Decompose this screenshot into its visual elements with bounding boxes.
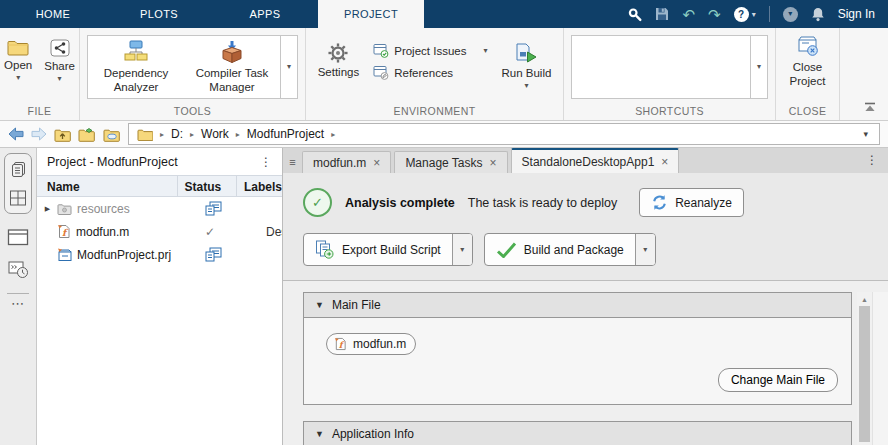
toolstrip-tab-bar: HOME PLOTS APPS PROJECT ↶ ↷ ? ▾ ▾ Sign I…	[0, 0, 888, 28]
open-location-icon[interactable]	[78, 127, 96, 142]
close-icon[interactable]: ×	[373, 156, 380, 170]
main-file-section-header[interactable]: ▼ Main File	[304, 293, 851, 318]
tab-label: modfun.m	[313, 156, 366, 170]
breadcrumb-segment-work[interactable]: Work	[201, 127, 229, 141]
table-row[interactable]: ▶ ModfunProject.prj	[37, 243, 282, 266]
forward-icon[interactable]	[31, 127, 47, 141]
close-icon[interactable]: ×	[490, 156, 497, 170]
close-icon[interactable]: ×	[661, 155, 668, 169]
account-menu-icon[interactable]: ▾	[783, 7, 798, 22]
close-project-label: Close Project	[784, 60, 832, 89]
tab-project[interactable]: PROJECT	[318, 0, 424, 28]
project-issues-caret-icon[interactable]: ▾	[483, 47, 487, 55]
scroll-up-icon[interactable]: ▲	[861, 292, 868, 306]
table-row[interactable]: ▶ resources	[37, 197, 282, 220]
row-name: modfun.m	[76, 225, 129, 239]
expand-caret-icon[interactable]: ▶	[43, 205, 52, 213]
help-caret-icon: ▾	[752, 10, 756, 19]
redo-icon[interactable]: ↷	[708, 7, 721, 22]
project-panel-menu-icon[interactable]: ⋮	[260, 155, 272, 169]
tools-section-label: TOOLS	[80, 105, 305, 117]
task-form-scroll-area: ▼ Main File f modfun.m Change Main File	[283, 281, 888, 445]
collapse-ribbon-icon[interactable]	[864, 102, 876, 112]
export-dropdown-icon[interactable]: ▾	[452, 234, 472, 265]
shortcuts-gallery-dropdown[interactable]: ▾	[750, 36, 767, 98]
vertical-scrollbar[interactable]: ▲	[857, 292, 872, 445]
run-build-caret-icon: ▾	[524, 82, 528, 90]
undo-icon[interactable]: ↶	[682, 7, 695, 22]
strip-divider	[7, 293, 29, 294]
column-header-labels[interactable]: Labels	[236, 176, 282, 196]
project-issues-button[interactable]: Project Issues ▾	[373, 43, 487, 58]
history-panel-icon[interactable]	[8, 260, 29, 279]
project-file-icon	[57, 247, 72, 262]
breadcrumb[interactable]: ▸ D: ▸ Work ▸ ModfunProject ▸ ▾	[128, 123, 880, 145]
tab-overflow-menu-icon[interactable]: ⋮	[866, 153, 878, 167]
breadcrumb-segment-project[interactable]: ModfunProject	[247, 127, 324, 141]
check-status-icon: ✓	[205, 225, 215, 239]
tab-plots[interactable]: PLOTS	[106, 0, 212, 28]
share-label: Share	[44, 60, 75, 72]
ribbon-section-environment: Settings Project Issues ▾ References	[306, 28, 564, 120]
build-and-package-button[interactable]: Build and Package	[485, 234, 635, 265]
run-build-icon	[514, 43, 538, 64]
tools-gallery-dropdown[interactable]: ▾	[280, 36, 297, 98]
cloud-folder-icon[interactable]	[103, 127, 121, 142]
files-panel-icon[interactable]	[9, 161, 27, 179]
dependency-analyzer-icon	[123, 40, 149, 64]
collapse-triangle-icon: ▼	[315, 300, 324, 310]
editor-area: ≡ modfun.m × Manage Tasks × StandaloneDe…	[283, 148, 888, 445]
main-file-section-title: Main File	[332, 298, 381, 312]
reanalyze-button[interactable]: Reanalyze	[639, 188, 744, 217]
up-one-level-icon[interactable]	[54, 127, 71, 142]
close-project-button[interactable]: Close Project	[778, 35, 838, 89]
references-button[interactable]: References	[373, 65, 487, 80]
dependency-analyzer-button[interactable]: Dependency Analyzer	[88, 36, 184, 98]
references-icon	[373, 65, 389, 80]
compiler-task-manager-label: Compiler Task Manager	[184, 67, 280, 95]
main-file-section: ▼ Main File f modfun.m Change Main File	[303, 292, 852, 405]
more-panels-icon[interactable]: ⋯	[11, 296, 25, 311]
open-button[interactable]: Open ▾	[0, 39, 38, 83]
project-panel-icon[interactable]	[7, 228, 29, 246]
share-button[interactable]: Share ▾	[38, 39, 81, 83]
panel-group	[4, 153, 32, 214]
sign-in-link[interactable]: Sign In	[838, 7, 875, 21]
layout-panel-icon[interactable]	[9, 190, 27, 206]
scrollbar-thumb[interactable]	[859, 306, 870, 442]
gear-icon	[328, 43, 348, 63]
column-header-name[interactable]: Name	[37, 176, 177, 196]
compiler-task-manager-button[interactable]: Compiler Task Manager	[184, 36, 280, 98]
project-ribbon: Open ▾ Share ▾ FILE Dependency Analyzer	[0, 28, 888, 121]
main-file-chip[interactable]: f modfun.m	[326, 333, 416, 355]
table-row[interactable]: ▶ f modfun.m ✓ Design, I	[37, 220, 282, 243]
save-icon[interactable]	[655, 7, 669, 21]
notifications-bell-icon[interactable]	[811, 7, 825, 22]
run-build-button[interactable]: Run Build ▾	[495, 43, 557, 90]
compiler-task-manager-icon	[220, 40, 244, 64]
tab-home[interactable]: HOME	[0, 0, 106, 28]
tab-manage-tasks[interactable]: Manage Tasks ×	[394, 151, 507, 173]
refresh-icon	[651, 194, 668, 211]
open-label: Open	[4, 59, 32, 71]
project-issues-icon	[373, 43, 389, 58]
column-header-status[interactable]: Status	[177, 176, 236, 196]
tab-modfun[interactable]: modfun.m ×	[302, 151, 391, 173]
help-menu[interactable]: ? ▾	[734, 7, 756, 22]
settings-button[interactable]: Settings	[312, 43, 366, 78]
back-icon[interactable]	[8, 127, 24, 141]
breadcrumb-dropdown-icon[interactable]: ▾	[863, 129, 871, 139]
row-name: resources	[77, 202, 130, 216]
export-build-script-button[interactable]: Export Build Script	[304, 234, 452, 265]
build-dropdown-icon[interactable]: ▾	[635, 234, 655, 265]
tab-apps[interactable]: APPS	[212, 0, 318, 28]
application-info-section-header[interactable]: ▼ Application Info	[304, 422, 851, 445]
tab-standalone-desktop-app[interactable]: StandaloneDesktopApp1 ×	[511, 148, 680, 173]
change-main-file-button[interactable]: Change Main File	[718, 368, 838, 392]
tab-list-menu-icon[interactable]: ≡	[286, 156, 299, 168]
search-icon[interactable]	[627, 7, 642, 22]
shortcuts-gallery: ▾	[571, 35, 768, 99]
build-and-package-split-button: Build and Package ▾	[484, 233, 656, 266]
breadcrumb-segment-drive[interactable]: D:	[171, 127, 183, 141]
settings-label: Settings	[318, 66, 360, 78]
